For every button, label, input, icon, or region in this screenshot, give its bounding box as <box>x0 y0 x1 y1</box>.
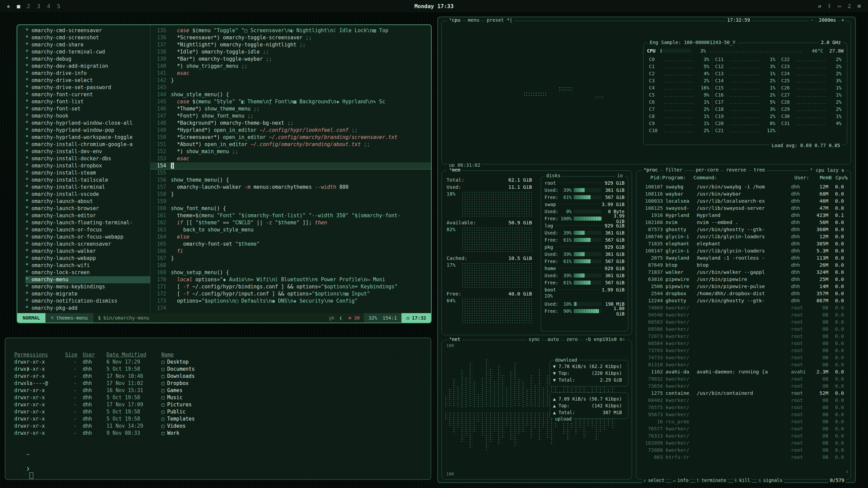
terminal-prompt-line[interactable]: ~ ❯ <box>14 444 431 451</box>
disks-io-toggle[interactable]: io <box>615 173 625 178</box>
file-item[interactable]: * omarchy-dev-add-migration <box>25 63 150 70</box>
process-row[interactable]: 1162avahi-daavahi-daemon: running [aavah… <box>643 369 844 376</box>
file-item[interactable]: * omarchy-launch-or-focus <box>25 226 150 233</box>
proc-option-button[interactable]: reverse <box>724 167 748 172</box>
file-item[interactable]: * omarchy-launch-floating-terminal- <box>25 219 150 226</box>
process-row[interactable]: 108116waybar/usr/bin/waybardhh68M0.0 <box>643 191 844 198</box>
process-row[interactable]: 79032kworker/root0B0.0 <box>643 376 844 383</box>
net-box-button[interactable]: auto <box>546 337 561 342</box>
proc-header-cell[interactable]: MemB <box>814 175 832 180</box>
file-item[interactable]: * omarchy-pkg-add <box>25 305 150 312</box>
file-item[interactable]: * omarchy-cmd-screenshot <box>25 34 150 41</box>
proc-sort-mode[interactable]: ⁵ cpu lazy ⇅ <box>808 167 846 173</box>
ls-name[interactable]: ▢Public <box>161 408 431 415</box>
file-item[interactable]: * omarchy-menu <box>25 276 150 283</box>
process-row[interactable]: 108033localsea/usr/lib/localsearch-exdhh… <box>643 198 844 205</box>
ls-name[interactable]: ▢Music <box>161 394 431 401</box>
file-item[interactable]: * omarchy-lock-screen <box>25 269 150 276</box>
process-row[interactable]: 76577kworker/root0B0.0 <box>643 426 844 433</box>
process-row[interactable]: 803btrfs-trroot0B0.0 <box>643 454 844 462</box>
ls-name[interactable]: ▢Downloads <box>161 373 431 380</box>
process-row[interactable]: 68584kworker/root0B0.0 <box>643 341 844 348</box>
file-item[interactable]: * omarchy-debug <box>25 56 150 63</box>
file-item[interactable]: * omarchy-install-dev-env <box>25 148 150 155</box>
terminal-window[interactable]: ~ ❯ ls PermissionsSizeUserDate ModifiedN… <box>5 338 431 480</box>
process-row[interactable]: 74869kworker/root0B0.0 <box>643 305 844 312</box>
file-item[interactable]: * omarchy-drive-set-password <box>25 84 150 91</box>
proc-header-cell[interactable]: Program: <box>662 175 693 180</box>
process-row[interactable]: 76575kworker/root0B0.0 <box>643 405 844 412</box>
ls-name[interactable]: ▢Dropbox <box>161 380 431 387</box>
proc-header-cell[interactable]: User: <box>794 175 814 180</box>
file-item[interactable]: * omarchy-cmd-screensaver <box>25 27 150 34</box>
file-item[interactable]: * omarchy-launch-browser <box>25 205 150 212</box>
file-item[interactable]: * omarchy-launch-webapp <box>25 255 150 262</box>
proc-header-cell[interactable]: Cpu% <box>832 175 847 180</box>
file-item[interactable]: * omarchy-cmd-terminal-cwd <box>25 48 150 56</box>
file-item[interactable]: * omarchy-install-chromium-google-a <box>25 141 150 148</box>
net-box-button[interactable]: sync <box>527 337 542 342</box>
process-row[interactable]: 106746glycin-i/usr/lib/glycin-loadersdhh… <box>643 234 844 241</box>
process-row[interactable]: 74733kworker/root0B0.0 <box>643 355 844 362</box>
proc-footer-key[interactable]: tterminate <box>695 477 728 483</box>
file-item[interactable]: * omarchy-font-current <box>25 91 150 98</box>
file-item[interactable]: * omarchy-cmd-share <box>25 41 150 48</box>
process-row[interactable]: 2506pipewire/usr/bin/pipewire-pulsedhh14… <box>643 284 844 291</box>
process-row[interactable]: 87649btopbtopdhh26M0.0 <box>643 262 844 269</box>
disks-title[interactable]: disks <box>545 173 562 178</box>
process-row[interactable]: 81310kworker/root0B0.0 <box>643 362 844 369</box>
process-row[interactable]: 68583kworker/root0B0.0 <box>643 319 844 326</box>
proc-option-button[interactable]: per-core <box>694 167 720 172</box>
process-row[interactable]: 1275containe/usr/bin/containerdroot52M0.… <box>643 390 844 398</box>
process-row[interactable]: 94540kworker/root0B0.0 <box>643 312 844 319</box>
process-row[interactable]: 1916HyprlandHyprlanddhh423M0.1 <box>643 212 844 220</box>
net-box-button[interactable]: ‹b enp191s0 n› <box>584 337 627 342</box>
file-item[interactable]: * omarchy-font-set <box>25 105 150 113</box>
interval-button[interactable]: - <box>809 17 815 23</box>
process-row[interactable]: 16rcu_preeroot0B0.0 <box>643 419 844 426</box>
file-item[interactable]: * omarchy-install-steam <box>25 169 150 177</box>
file-item[interactable]: * omarchy-launch-wifi <box>25 262 150 269</box>
process-row[interactable]: 71837walker/usr/bin/walker --gappldhh324… <box>643 269 844 277</box>
process-row[interactable]: 108107swaybg/usr/bin/swaybg -i /homdhh12… <box>643 184 844 191</box>
process-row[interactable]: 87573ghostty/usr/bin/ghostty --gtk-dhh36… <box>643 227 844 234</box>
ls-name[interactable]: ▢Work <box>161 430 431 437</box>
ls-name[interactable]: ▢Games <box>161 387 431 394</box>
file-item[interactable]: * omarchy-install-docker-dbs <box>25 155 150 162</box>
cpu-box-button[interactable]: menu <box>466 17 481 23</box>
process-row[interactable]: 73703kworker/root0B0.0 <box>643 348 844 355</box>
file-item[interactable]: * omarchy-menu-keybindings <box>25 283 150 290</box>
proc-footer-key[interactable]: ↵info <box>671 477 690 483</box>
proc-footer-key[interactable]: kkill <box>733 477 752 483</box>
file-item[interactable]: * omarchy-install-terminal <box>25 184 150 191</box>
ls-name[interactable]: ▢Videos <box>161 423 431 430</box>
battery-icon[interactable]: ▭ <box>838 3 841 9</box>
proc-header-cell[interactable]: Pid: <box>640 175 662 180</box>
file-item[interactable]: * omarchy-launch-about <box>25 198 150 205</box>
process-row[interactable]: 76313kworker/root0B0.0 <box>643 433 844 440</box>
ls-name[interactable]: ▢Pictures <box>161 401 431 408</box>
process-row[interactable]: 102099kworker/root0B0.0 <box>643 440 844 447</box>
file-item[interactable]: * omarchy-hyprland-window-pop <box>25 127 150 134</box>
code-editor-pane[interactable]: 135 case $(menu "Toggle" "▢ Screensaver\… <box>151 25 431 313</box>
file-item[interactable]: * omarchy-launch-walker <box>25 248 150 255</box>
scroll-up-arrow[interactable]: ↑ <box>846 176 848 181</box>
ls-name[interactable]: ▢Desktop <box>161 359 431 366</box>
bluetooth-icon[interactable]: ᛒ <box>828 3 831 9</box>
process-row[interactable]: 2075XwaylandXwayland :1 -rootless -dhh11… <box>643 255 844 262</box>
file-item[interactable]: * omarchy-install-vscode <box>25 191 150 198</box>
process-row[interactable]: 63816pipewire/usr/bin/pipewiredhh25M0.0 <box>643 277 844 284</box>
process-row[interactable]: 108147glycin-i/usr/lib/glycin-loadersdhh… <box>643 248 844 255</box>
process-row[interactable]: 102168nvimnvim --embed .dhh56M0.0 <box>643 220 844 227</box>
process-row[interactable]: 72088kworker/root0B0.0 <box>643 447 844 454</box>
process-row[interactable]: 2544dropbox/home/dhh/.dropbox-distdhh357… <box>643 291 844 298</box>
file-item[interactable]: * omarchy-launch-screensaver <box>25 241 150 248</box>
process-row[interactable]: 72073kworker/root0B0.0 <box>643 333 844 341</box>
file-item[interactable]: * omarchy-font-list <box>25 98 150 105</box>
file-item[interactable]: * omarchy-install-tailscale <box>25 177 150 184</box>
proc-header-cell[interactable]: Command: <box>693 175 794 180</box>
file-item[interactable]: * omarchy-launch-editor <box>25 212 150 219</box>
file-item[interactable]: * omarchy-notification-dismiss <box>25 298 150 305</box>
proc-option-button[interactable]: tree <box>752 167 767 172</box>
proc-footer-key[interactable]: ssignals <box>757 477 784 483</box>
